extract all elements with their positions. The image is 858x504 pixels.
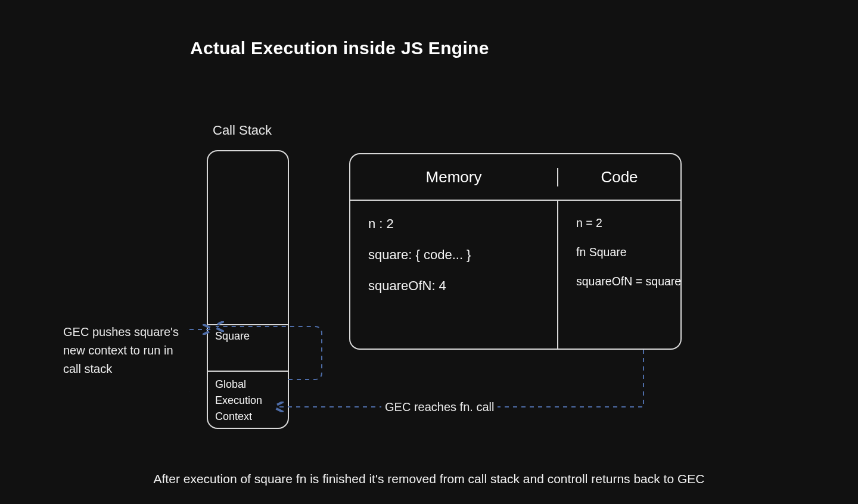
bottom-caption: After execution of square fn is finished… — [0, 472, 858, 486]
diagram-title: Actual Execution inside JS Engine — [190, 38, 489, 58]
ec-code-fn: fn Square — [576, 245, 663, 259]
ec-memory-n: n : 2 — [368, 216, 539, 232]
execution-context-table: Memory Code n : 2 square: { code... } sq… — [349, 153, 682, 350]
ec-memory-squareofn: squareOfN: 4 — [368, 278, 539, 294]
ec-code-column: n = 2 fn Square squareOfN = square(n) — [558, 201, 680, 349]
ec-memory-square: square: { code... } — [368, 247, 539, 263]
callstack-box: Square Global Execution Context — [207, 150, 289, 429]
callstack-frame-gec: Global Execution Context — [208, 372, 288, 428]
ec-header-memory: Memory — [350, 168, 558, 186]
annotation-gec-reaches: GEC reaches fn. call — [381, 400, 498, 414]
arrow-gec-reaches-call — [275, 350, 644, 407]
annotation-push-context: GEC pushes square's new context to run i… — [63, 323, 188, 378]
callstack-frame-square: Square — [208, 324, 288, 372]
ec-memory-column: n : 2 square: { code... } squareOfN: 4 — [350, 201, 558, 349]
ec-header-code: Code — [558, 168, 680, 186]
callstack-label: Call Stack — [213, 123, 272, 138]
ec-code-call: squareOfN = square(n) — [576, 275, 663, 288]
diagram-stage: Actual Execution inside JS Engine Call S… — [0, 0, 858, 504]
ec-code-n: n = 2 — [576, 216, 663, 230]
